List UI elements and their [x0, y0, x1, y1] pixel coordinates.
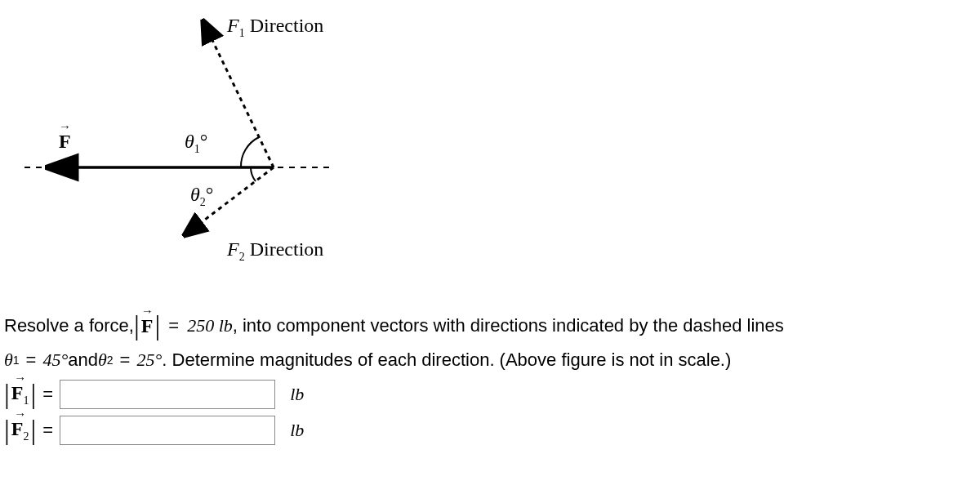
problem-statement: Resolve a force, | F | = 250 lb , into c… — [4, 310, 980, 451]
theta2-label: θ2° — [190, 184, 213, 209]
f-vector-label: F — [59, 131, 71, 153]
text-into: , into component vectors with directions… — [233, 315, 784, 336]
svg-line-3 — [211, 37, 274, 167]
force-magnitude-value: 250 lb — [187, 315, 233, 336]
theta2-value: 25° — [136, 349, 162, 371]
force-diagram: F F1 Direction F2 Direction θ1° θ2° — [24, 8, 408, 278]
unit-lb-1: lb — [290, 384, 304, 405]
f1-magnitude-input[interactable] — [60, 380, 275, 409]
text-resolve: Resolve a force, — [4, 315, 134, 336]
theta1-label: θ1° — [185, 131, 207, 156]
unit-lb-2: lb — [290, 420, 304, 441]
f1-input-row: | F1 | = lb — [4, 379, 980, 410]
f2-magnitude-input[interactable] — [60, 416, 275, 445]
f1-direction-label: F1 Direction — [227, 15, 323, 40]
f2-input-row: | F2 | = lb — [4, 415, 980, 446]
theta1-value: 45° — [42, 349, 68, 371]
f2-direction-label: F2 Direction — [227, 238, 323, 264]
text-determine: . Determine magnitudes of each direction… — [162, 349, 731, 371]
